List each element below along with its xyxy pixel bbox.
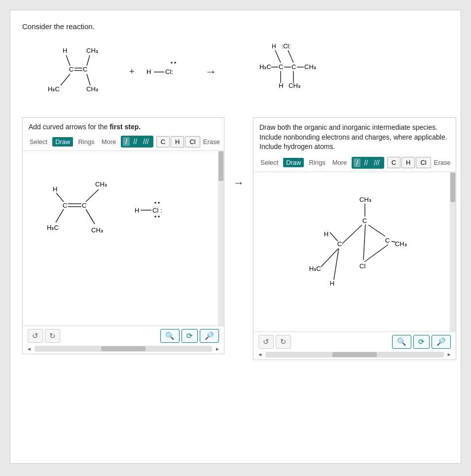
svg-text:C: C	[279, 63, 283, 71]
left-chlorine-btn[interactable]: Cl	[185, 136, 200, 147]
left-rings-btn[interactable]: Rings	[76, 137, 96, 146]
plus-sign: +	[129, 67, 135, 77]
left-zoom-out-btn[interactable]: 🔎	[200, 329, 219, 343]
left-draw-btn[interactable]: Draw	[52, 137, 73, 146]
left-triple-bond-btn[interactable]: ///	[141, 137, 151, 146]
left-scroll-right[interactable]: ►	[213, 346, 222, 352]
svg-text:H: H	[330, 280, 334, 287]
reactant2-structure: H Cl:	[145, 52, 192, 91]
left-panel: Add curved arrows for the first step. Se…	[22, 117, 224, 354]
svg-point-50	[158, 216, 160, 218]
svg-text:C: C	[82, 202, 86, 209]
svg-line-43	[86, 209, 95, 224]
right-double-bond-btn[interactable]: //	[362, 158, 370, 167]
left-more-btn[interactable]: More	[100, 137, 118, 146]
left-undo-redo: ↺ ↻	[28, 329, 60, 343]
left-canvas[interactable]: H CH₃ C C H₃C CH₃	[23, 151, 224, 326]
left-scrollbar-v[interactable]	[218, 151, 224, 326]
svg-line-38	[56, 193, 64, 202]
left-carbon-btn[interactable]: C	[156, 136, 170, 147]
right-panel: Draw both the organic and inorganic inte…	[253, 117, 456, 360]
right-zoom-reset-btn[interactable]: ⟳	[413, 335, 430, 349]
right-undo-btn[interactable]: ↺	[258, 335, 274, 349]
svg-text:CH₃: CH₃	[289, 82, 300, 89]
left-atom-btns: C H Cl	[156, 136, 200, 147]
right-draw-tools: / // ///	[352, 157, 384, 169]
right-select-btn[interactable]: Select	[258, 158, 280, 167]
right-scroll-left[interactable]: ◄	[255, 352, 264, 357]
right-rings-btn[interactable]: Rings	[307, 158, 327, 167]
left-zoom-reset-btn[interactable]: ⟳	[181, 329, 198, 343]
svg-text:CH₃: CH₃	[86, 85, 98, 93]
svg-text:C: C	[69, 66, 73, 73]
right-zoom-out-btn[interactable]: 🔎	[432, 335, 451, 349]
svg-line-68	[363, 224, 365, 260]
left-panel-title: Add curved arrows for the first step.	[23, 118, 224, 134]
right-panel-title: Draw both the organic and inorganic inte…	[254, 118, 456, 155]
svg-text:Cl: Cl	[360, 262, 365, 270]
svg-text:C: C	[291, 63, 296, 71]
svg-text:H₃C: H₃C	[48, 85, 60, 93]
svg-line-10	[61, 74, 70, 85]
svg-text:CH₃: CH₃	[304, 63, 316, 71]
right-zoom-btns: 🔍 ⟳ 🔎	[392, 335, 451, 349]
right-redo-btn[interactable]: ↻	[276, 335, 291, 349]
svg-text:Cl:: Cl:	[165, 68, 173, 75]
svg-text:CH₃: CH₃	[91, 226, 103, 234]
right-draw-btn[interactable]: Draw	[283, 158, 304, 167]
svg-point-16	[174, 62, 176, 64]
left-double-bond-btn[interactable]: //	[131, 137, 140, 146]
right-carbon-btn[interactable]: C	[387, 157, 400, 168]
svg-text:C: C	[63, 202, 67, 209]
left-select-btn[interactable]: Select	[28, 137, 49, 146]
svg-text:C: C	[385, 237, 390, 244]
right-drawing-svg: CH₃ C H C C	[254, 172, 456, 330]
right-chlorine-btn[interactable]: Cl	[416, 157, 431, 168]
svg-line-29	[288, 50, 293, 63]
left-hydrogen-btn[interactable]: H	[171, 136, 184, 147]
right-more-btn[interactable]: More	[330, 158, 349, 167]
left-erase-btn[interactable]: Erase	[203, 138, 220, 146]
svg-line-57	[342, 225, 362, 244]
left-single-bond-btn[interactable]: /	[123, 137, 130, 146]
right-erase-btn[interactable]: Erase	[434, 159, 451, 166]
right-atom-btns: C H Cl	[387, 157, 431, 168]
svg-line-66	[321, 249, 338, 267]
right-triple-bond-btn[interactable]: ///	[371, 158, 382, 167]
right-canvas[interactable]: CH₃ C H C C	[254, 172, 456, 331]
right-single-bond-btn[interactable]: /	[354, 158, 361, 167]
left-scroll-left[interactable]: ◄	[25, 346, 34, 352]
svg-text:H: H	[272, 43, 276, 50]
svg-point-47	[154, 202, 156, 204]
svg-line-58	[368, 225, 385, 236]
panels-row: Add curved arrows for the first step. Se…	[22, 117, 449, 360]
left-hscroll: ◄ ►	[23, 346, 224, 354]
right-hydrogen-btn[interactable]: H	[401, 157, 415, 168]
left-bottom-bar: ↺ ↻ 🔍 ⟳ 🔎	[23, 326, 224, 346]
svg-text:H: H	[324, 230, 328, 238]
svg-text:H: H	[279, 82, 283, 89]
right-bottom-bar: ↺ ↻ 🔍 ⟳ 🔎	[254, 331, 456, 352]
svg-text:CH₃: CH₃	[86, 47, 98, 54]
svg-line-7	[87, 55, 90, 66]
svg-line-56	[330, 232, 338, 241]
svg-line-39	[86, 189, 99, 202]
svg-text:CH₃: CH₃	[395, 240, 407, 248]
svg-line-67	[334, 249, 339, 280]
svg-text:C: C	[83, 66, 87, 73]
right-scrollbar-v[interactable]	[450, 172, 456, 331]
left-draw-tools: / // ///	[121, 136, 153, 147]
right-zoom-in-btn[interactable]: 🔍	[392, 335, 411, 349]
left-redo-btn[interactable]: ↻	[45, 329, 60, 343]
left-zoom-in-btn[interactable]: 🔍	[160, 329, 180, 343]
right-hscroll: ◄ ►	[254, 352, 456, 360]
right-undo-redo: ↺ ↻	[258, 335, 291, 349]
svg-text:H₃C: H₃C	[47, 224, 59, 231]
left-undo-btn[interactable]: ↺	[28, 329, 43, 343]
svg-text:H₃C: H₃C	[259, 63, 271, 71]
right-scrollbar-thumb	[450, 173, 455, 202]
svg-point-49	[154, 216, 156, 218]
svg-text:C: C	[362, 217, 367, 224]
right-scroll-right[interactable]: ►	[445, 352, 454, 357]
svg-text:Cl :: Cl :	[152, 207, 162, 214]
